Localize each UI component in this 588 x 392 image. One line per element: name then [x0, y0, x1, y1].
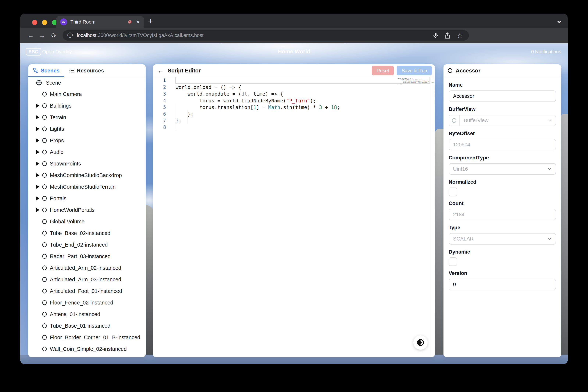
code-line[interactable]: 2world.onload = () => {	[153, 84, 430, 90]
editor-back-icon[interactable]: ←	[158, 67, 164, 74]
tree-row-label: Lights	[50, 126, 64, 132]
thirdroom-favicon-icon	[60, 18, 67, 25]
expand-caret-icon[interactable]	[36, 150, 39, 154]
tree-row[interactable]: Buildings	[28, 100, 146, 112]
tree-row[interactable]: Articulated_Arm_02-instanced	[28, 262, 146, 274]
tab-title: Third Room	[70, 19, 96, 25]
expand-caret-icon[interactable]	[36, 139, 39, 142]
tree-row[interactable]: Articulated_Arm_03-instanced	[28, 274, 146, 285]
theme-toggle-button[interactable]	[413, 335, 428, 350]
window-controls	[32, 20, 57, 25]
tree-row[interactable]: Portals	[28, 192, 146, 204]
reset-button[interactable]: Reset	[372, 66, 394, 76]
code-line[interactable]: 6 };	[153, 110, 430, 117]
tab-search-chevron-icon[interactable]: ⌄	[556, 16, 562, 24]
code-line[interactable]: 5 torus.translation[1] = Math.sin(time) …	[153, 104, 430, 110]
node-circle-icon	[42, 92, 47, 96]
bookmark-star-icon[interactable]: ☆	[456, 32, 464, 39]
tree-row[interactable]: Audio	[28, 146, 146, 158]
expand-caret-icon[interactable]	[36, 127, 39, 131]
dynamic-checkbox[interactable]	[449, 258, 457, 266]
bufferview-select[interactable]: BufferView	[449, 115, 556, 126]
tree-row[interactable]: Terrain	[28, 112, 146, 123]
expand-caret-icon[interactable]	[36, 174, 39, 177]
componenttype-select[interactable]: Uint16	[449, 163, 556, 175]
tree-row[interactable]: Wall_Coin_Simple_02-instanced	[28, 343, 146, 355]
name-input[interactable]: Accessor	[449, 90, 556, 102]
line-number: 8	[153, 124, 166, 130]
browser-tab[interactable]: Third Room ✕	[56, 16, 144, 28]
line-number: 7	[153, 118, 166, 123]
code-line[interactable]: 8	[153, 124, 430, 130]
node-circle-icon	[42, 242, 47, 247]
field-label: ByteOffset	[449, 130, 556, 136]
tree-row[interactable]: Tube_End_02-instanced	[28, 239, 146, 250]
script-editor-header: ← Script Editor Reset Save & Run	[153, 64, 435, 77]
tree-row[interactable]: Radar_Part_03-instanced	[28, 250, 146, 262]
tree-row[interactable]: Antena_01-instanced	[28, 308, 146, 320]
tree-row[interactable]: MeshCombineStudioTerrain	[28, 181, 146, 192]
code-line[interactable]: 4 torus = world.findNodeByName("P_Turn")…	[153, 97, 430, 104]
tree-row[interactable]: Tube_Base_01-instanced	[28, 320, 146, 332]
normalized-checkbox[interactable]	[449, 188, 457, 196]
expand-caret-icon[interactable]	[36, 196, 39, 200]
tree-row[interactable]: Lights	[28, 123, 146, 134]
tree-row[interactable]: Tube_Base_02-instanced	[28, 227, 146, 239]
site-info-icon[interactable]: ⓘ	[67, 32, 73, 39]
tab-close-icon[interactable]: ✕	[136, 19, 140, 25]
reference-circle-icon	[449, 115, 460, 126]
code-line[interactable]: 1	[153, 77, 430, 84]
esc-key-badge[interactable]: ESC	[26, 48, 41, 56]
notifications-count: 0 Notifications	[531, 49, 561, 54]
expand-caret-icon[interactable]	[36, 208, 39, 212]
share-icon[interactable]	[444, 32, 451, 39]
forward-button[interactable]: →	[37, 28, 46, 43]
expand-caret-icon[interactable]	[36, 116, 39, 119]
tab-strip: Third Room ✕ + ⌄	[20, 14, 568, 28]
tree-row[interactable]: Articulated_Foot_01-instanced	[28, 285, 146, 297]
tree-row-label: Audio	[50, 149, 64, 155]
type-select[interactable]: SCALAR	[449, 233, 556, 244]
tree-row[interactable]: MeshCombineStudioBackdrop	[28, 169, 146, 181]
new-tab-button[interactable]: +	[148, 16, 153, 26]
tree-row[interactable]: Floor_Fence_02-instanced	[28, 297, 146, 308]
tree-row-label: Buildings	[50, 102, 72, 109]
version-input[interactable]: 0	[449, 279, 556, 290]
tab-resources[interactable]: Resources	[64, 64, 109, 77]
address-bar[interactable]: ⓘ localhost:3000/world/!vjrzmTVOcyIsLgaA…	[62, 30, 469, 41]
microphone-icon[interactable]	[432, 32, 440, 39]
back-button[interactable]: ←	[26, 28, 35, 43]
minimize-window-button[interactable]	[42, 20, 47, 25]
chevron-down-icon	[547, 118, 552, 123]
tree-row-label: MeshCombineStudioBackdrop	[50, 172, 122, 178]
node-circle-icon	[42, 335, 47, 340]
code-minimap[interactable]: world.onload = () => { world.onupdate = …	[398, 78, 429, 86]
line-number: 6	[153, 111, 166, 117]
code-line[interactable]: 7};	[153, 117, 430, 124]
tree-row[interactable]: SpawnPoints	[28, 158, 146, 169]
tree-row[interactable]: Global Volume	[28, 216, 146, 227]
tree-row[interactable]: HomeWorldPortals	[28, 204, 146, 216]
line-number: 5	[153, 104, 166, 110]
tree-row[interactable]: Main Camera	[28, 88, 146, 100]
open-overlay-label[interactable]: Open Overlay	[42, 49, 72, 54]
reload-button[interactable]: ⟳	[49, 28, 58, 43]
tree-row[interactable]: Props	[28, 134, 146, 146]
tree-row[interactable]: Floor_Border_Corner_01_B-instanced	[28, 332, 146, 343]
tree-row-label: Wall_Coin_Simple_02-instanced	[50, 346, 127, 352]
count-input[interactable]: 2184	[449, 209, 556, 220]
close-window-button[interactable]	[32, 20, 37, 25]
expand-caret-icon[interactable]	[36, 104, 39, 108]
save-and-run-button[interactable]: Save & Run	[397, 66, 432, 76]
tree-row-label: Portals	[50, 195, 66, 201]
url-text: localhost:3000/world/!vjrzmTVOcyIsLgaAkA…	[77, 32, 204, 38]
node-circle-icon	[42, 324, 47, 328]
expand-caret-icon[interactable]	[36, 185, 39, 189]
code-line[interactable]: 3 world.onupdate = (dt, time) => {	[153, 91, 430, 97]
code-editor[interactable]: 12world.onload = () => {3 world.onupdate…	[153, 77, 435, 357]
expand-caret-icon[interactable]	[36, 162, 39, 166]
byteoffset-input[interactable]: 120504	[449, 139, 556, 150]
scene-root-row[interactable]: Scene	[28, 77, 146, 88]
node-circle-icon	[42, 103, 47, 108]
tab-scenes[interactable]: Scenes	[28, 64, 64, 77]
